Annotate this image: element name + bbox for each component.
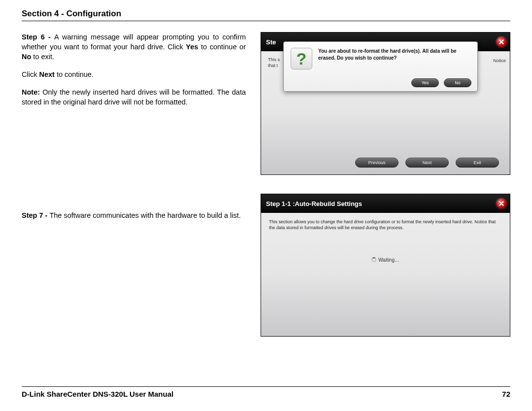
screenshot-step6: Ste This s that t Notice ? You are about… (261, 32, 510, 175)
exit-button[interactable]: Exit (456, 158, 499, 168)
section-header: Section 4 - Configuration (22, 9, 510, 21)
wizard-title-2: Step 1-1 :Auto-Rebuild Settings (266, 200, 362, 207)
click-next-line: Click Next to continue. (22, 69, 246, 79)
wizard-description: This section allows you to change the ha… (261, 213, 510, 231)
click-next-tail: to continue. (55, 70, 94, 78)
yes-button[interactable]: Yes (411, 78, 439, 87)
step6-label: Step 6 - (22, 33, 54, 41)
step7-body: The software communicates with the hardw… (49, 211, 240, 219)
spinner-icon (371, 257, 376, 262)
note-paragraph: Note: Only the newly inserted hard drive… (22, 87, 246, 107)
footer-page-number: 72 (502, 390, 510, 398)
format-confirm-dialog: ? You are about to re-format the hard dr… (283, 41, 478, 92)
waiting-text: Waiting… (378, 257, 399, 263)
step6-paragraph: Step 6 - A warning message will appear p… (22, 32, 246, 62)
step7-paragraph: Step 7 - The software communicates with … (22, 210, 246, 220)
wizard-title-fragment: Ste (266, 38, 276, 46)
background-text: This s that t (268, 57, 280, 68)
next-button[interactable]: Next (405, 158, 449, 168)
note-body: Only the newly inserted hard drives will… (22, 88, 246, 106)
click-next-prefix: Click (22, 70, 39, 78)
previous-button[interactable]: Previous (355, 158, 399, 168)
bg-line1: This s (268, 57, 280, 63)
no-button[interactable]: No (444, 78, 471, 87)
note-label: Note: (22, 88, 40, 96)
waiting-indicator: Waiting… (261, 257, 510, 263)
step6-tail: to continue or (198, 43, 246, 51)
instruction-column: Step 6 - A warning message will appear p… (22, 32, 246, 337)
next-word: Next (39, 70, 54, 78)
yes-word: Yes (186, 43, 198, 51)
footer-manual-name: D-Link ShareCenter DNS-320L User Manual (22, 390, 173, 398)
step7-label: Step 7 - (22, 211, 49, 219)
no-word: No (22, 53, 31, 61)
close-icon[interactable] (496, 36, 507, 47)
close-icon-2[interactable] (496, 198, 507, 209)
notice-label: Notice (493, 58, 506, 63)
wizard-titlebar-2: Step 1-1 :Auto-Rebuild Settings (261, 194, 510, 213)
bg-line2: that t (268, 63, 280, 69)
question-icon: ? (291, 48, 312, 69)
step6-tail2: to exit. (31, 53, 54, 61)
screenshot-step7: Step 1-1 :Auto-Rebuild Settings This sec… (261, 194, 510, 337)
